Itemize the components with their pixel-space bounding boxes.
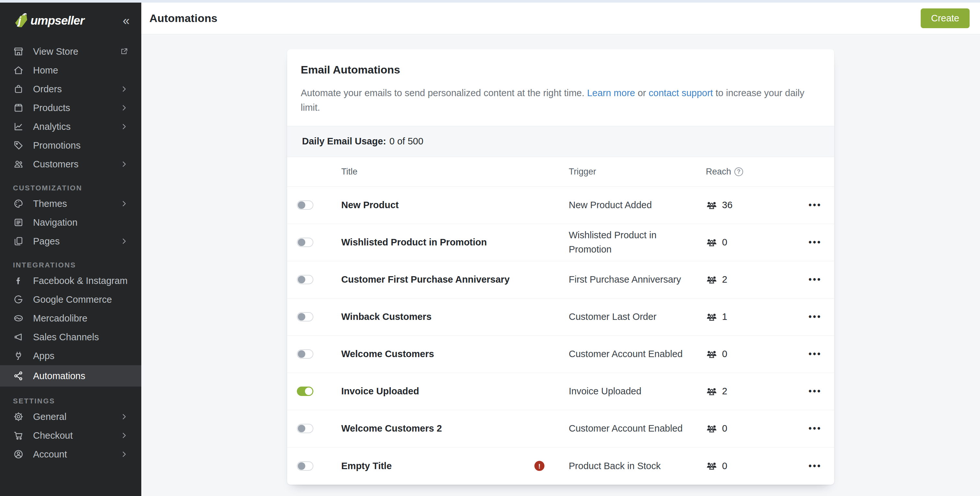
- reach-value: 0: [722, 423, 727, 434]
- sidebar-item-google-commerce[interactable]: Google Commerce: [0, 290, 141, 309]
- automation-row: Customer First Purchase AnniversaryFirst…: [287, 261, 834, 298]
- promotions-tag-icon: [13, 140, 24, 151]
- reach-help-icon[interactable]: ?: [734, 167, 743, 176]
- sidebar-item-label: Automations: [33, 371, 85, 381]
- automation-title[interactable]: Winback Customers: [341, 311, 569, 322]
- sidebar-item-automations[interactable]: Automations: [0, 365, 141, 387]
- row-menu-button[interactable]: •••: [807, 272, 823, 287]
- automation-toggle[interactable]: [297, 238, 313, 247]
- toggle-knob: [298, 239, 305, 246]
- sidebar-section-customization: CUSTOMIZATION: [0, 184, 141, 192]
- reach-users-icon: [706, 311, 718, 323]
- toggle-knob: [298, 350, 305, 358]
- sidebar-item-label: Products: [33, 103, 70, 113]
- logo-text: umpseller: [30, 14, 84, 27]
- automation-title[interactable]: Customer First Purchase Anniversary: [341, 274, 569, 285]
- automation-trigger: Customer Account Enabled: [569, 347, 682, 361]
- automation-trigger: New Product Added: [569, 198, 652, 212]
- automation-row: Winback CustomersCustomer Last Order1•••: [287, 298, 834, 336]
- sidebar-section-settings: SETTINGS: [0, 397, 141, 405]
- share-nodes-icon: [13, 370, 24, 381]
- email-automations-card: Email Automations Automate your emails t…: [287, 49, 834, 485]
- sidebar-item-promotions[interactable]: Promotions: [0, 136, 141, 155]
- row-menu-button[interactable]: •••: [807, 309, 823, 325]
- toggle-knob: [305, 388, 312, 395]
- sidebar-item-apps[interactable]: Apps: [0, 346, 141, 365]
- chevron-right-icon: [120, 200, 128, 208]
- sidebar-item-label: Facebook & Instagram: [33, 276, 128, 286]
- automation-title[interactable]: Wishlisted Product in Promotion: [341, 237, 569, 248]
- contact-support-link[interactable]: contact support: [649, 88, 713, 98]
- automation-trigger: First Purchase Anniversary: [569, 273, 681, 287]
- reach-value: 0: [722, 237, 727, 248]
- sidebar-section-integrations: INTEGRATIONS: [0, 261, 141, 269]
- automation-toggle[interactable]: [297, 461, 313, 471]
- automation-reach: 2: [706, 386, 807, 397]
- row-menu-button[interactable]: •••: [807, 346, 823, 361]
- automation-title[interactable]: Welcome Customers: [341, 349, 569, 360]
- create-button[interactable]: Create: [921, 8, 970, 28]
- sidebar-item-general[interactable]: General: [0, 407, 141, 426]
- automation-title[interactable]: New Product: [341, 200, 569, 211]
- reach-users-icon: [706, 200, 718, 211]
- automation-toggle[interactable]: [297, 424, 313, 433]
- automation-title[interactable]: Invoice Uploaded: [341, 386, 569, 396]
- row-menu-button[interactable]: •••: [807, 198, 823, 213]
- main-area: Automations Create Email Automations Aut…: [141, 3, 980, 496]
- automation-toggle[interactable]: [297, 200, 313, 210]
- learn-more-link[interactable]: Learn more: [587, 88, 635, 98]
- sidebar-item-checkout[interactable]: Checkout: [0, 426, 141, 445]
- sidebar-item-label: Apps: [33, 351, 54, 361]
- gear-icon: [13, 411, 24, 422]
- megaphone-icon: [13, 331, 24, 342]
- sidebar-item-navigation[interactable]: Navigation: [0, 213, 141, 232]
- automation-toggle[interactable]: [297, 275, 313, 284]
- sidebar-item-home[interactable]: Home: [0, 61, 141, 80]
- sidebar-item-themes[interactable]: Themes: [0, 194, 141, 213]
- reach-value: 1: [722, 311, 727, 322]
- reach-value: 2: [722, 274, 727, 285]
- row-menu-button[interactable]: •••: [807, 383, 823, 399]
- row-menu-button[interactable]: •••: [807, 235, 823, 250]
- row-menu-button[interactable]: •••: [807, 421, 823, 436]
- chevron-right-icon: [120, 412, 128, 421]
- sidebar-item-label: Home: [33, 65, 58, 76]
- sidebar-item-mercadolibre[interactable]: Mercadolibre: [0, 309, 141, 328]
- sidebar-item-facebook-instagram[interactable]: Facebook & Instagram: [0, 271, 141, 290]
- sidebar-collapse-icon[interactable]: «: [123, 14, 130, 27]
- sidebar-item-customers[interactable]: Customers: [0, 155, 141, 174]
- table-header-row: Title Trigger Reach ?: [287, 157, 834, 187]
- mercadolibre-icon: [13, 313, 24, 324]
- sidebar-item-analytics[interactable]: Analytics: [0, 117, 141, 136]
- sidebar-item-view-store[interactable]: View Store: [0, 42, 141, 61]
- sidebar-item-pages[interactable]: Pages: [0, 232, 141, 250]
- sidebar-item-label: Pages: [33, 236, 60, 247]
- sidebar-item-sales-channels[interactable]: Sales Channels: [0, 328, 141, 346]
- automation-reach: 0: [706, 237, 807, 248]
- automation-toggle[interactable]: [297, 387, 313, 396]
- automation-toggle[interactable]: [297, 312, 313, 322]
- automation-title[interactable]: Empty Title!: [341, 461, 569, 471]
- automation-trigger: Wishlisted Product in Promotion: [569, 228, 698, 257]
- chevron-right-icon: [120, 104, 128, 112]
- automation-title[interactable]: Welcome Customers 2: [341, 423, 569, 434]
- automation-row: Invoice UploadedInvoice Uploaded2•••: [287, 373, 834, 410]
- customers-icon: [13, 158, 24, 170]
- sidebar-item-orders[interactable]: Orders: [0, 80, 141, 98]
- chevron-right-icon: [120, 160, 128, 168]
- reach-users-icon: [706, 237, 718, 248]
- plug-icon: [13, 350, 24, 361]
- row-menu-button[interactable]: •••: [807, 458, 823, 474]
- automation-trigger: Customer Last Order: [569, 310, 657, 324]
- chevron-right-icon: [120, 85, 128, 93]
- automation-row: New ProductNew Product Added36•••: [287, 187, 834, 224]
- column-header-title: Title: [341, 167, 569, 177]
- sidebar-item-account[interactable]: Account: [0, 445, 141, 464]
- sidebar-item-products[interactable]: Products: [0, 98, 141, 117]
- automation-row: Wishlisted Product in PromotionWishliste…: [287, 224, 834, 261]
- content-area: Email Automations Automate your emails t…: [141, 34, 980, 496]
- jumpseller-logo[interactable]: j umpseller: [13, 12, 84, 29]
- automation-toggle[interactable]: [297, 349, 313, 359]
- reach-users-icon: [706, 349, 718, 360]
- column-header-trigger: Trigger: [569, 167, 706, 177]
